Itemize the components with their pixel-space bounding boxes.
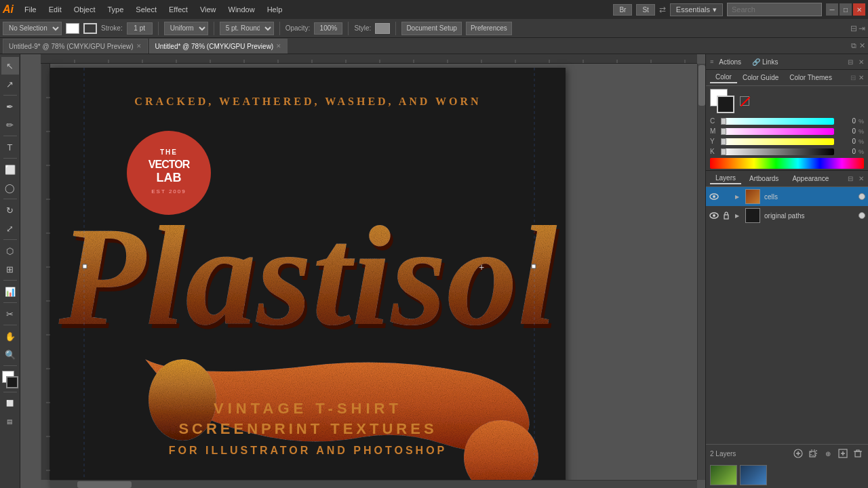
stroke-box[interactable] (717, 96, 734, 113)
menu-view[interactable]: View (195, 4, 222, 15)
arrange-icon[interactable]: ⊟ (850, 24, 857, 33)
vertical-scrollbar[interactable] (697, 64, 705, 480)
selection-tool[interactable]: ↖ (1, 57, 19, 75)
svg-text:SCREENPRINT TEXTURES: SCREENPRINT TEXTURES (178, 420, 437, 437)
normal-mode-btn[interactable]: ⬜ (1, 394, 19, 412)
menu-edit[interactable]: Edit (43, 4, 67, 15)
tool-separator-9 (3, 365, 17, 366)
scrollbar-thumb-v[interactable] (698, 65, 705, 106)
layer-vis-dot-cells[interactable] (859, 193, 865, 200)
stroke-width-input[interactable] (127, 22, 153, 35)
layer-visibility-original[interactable] (709, 210, 719, 221)
tool-separator-4 (3, 199, 17, 199)
horizontal-scrollbar[interactable] (50, 480, 697, 488)
close-button[interactable]: ✕ (853, 3, 865, 16)
stock-btn[interactable]: St (636, 4, 654, 16)
color-gradient-bar[interactable] (710, 158, 864, 169)
document-setup-button[interactable]: Document Setup (401, 22, 462, 35)
menu-file[interactable]: File (19, 4, 42, 15)
canvas-area[interactable]: CRACKED, WEATHERED, WASHED, AND WORN THE… (20, 54, 705, 488)
menu-window[interactable]: Window (223, 4, 260, 15)
k-slider-thumb[interactable] (721, 148, 726, 155)
selection-dropdown[interactable]: No Selection (3, 22, 62, 35)
tab-2[interactable]: Untitled* @ 78% (CMYK/GPU Preview) ✕ (149, 39, 288, 54)
color-themes-tab[interactable]: Color Themes (784, 73, 837, 83)
paint-bucket[interactable]: ⬡ (1, 242, 19, 260)
layer-expand-cells[interactable]: ▶ (733, 192, 741, 201)
menu-help[interactable]: Help (262, 4, 288, 15)
opacity-input[interactable] (314, 22, 342, 35)
bridge-btn[interactable]: Br (613, 4, 632, 16)
tab-1-close[interactable]: ✕ (136, 43, 142, 49)
make-clipping-mask-btn[interactable] (807, 447, 819, 460)
menu-select[interactable]: Select (130, 4, 162, 15)
color-guide-tab[interactable]: Color Guide (737, 73, 784, 83)
type-tool[interactable]: T (1, 138, 19, 156)
graph-tool[interactable]: 📊 (1, 283, 19, 300)
menu-object[interactable]: Object (68, 4, 101, 15)
layer-row-cells[interactable]: ▶ cells (706, 187, 868, 206)
new-layer-from-selection-btn[interactable] (792, 447, 804, 460)
vertical-ruler (41, 64, 50, 480)
horizontal-ruler (41, 54, 697, 64)
layers-panel-grip[interactable]: ⊟ (848, 175, 853, 182)
minimize-button[interactable]: ─ (826, 3, 838, 16)
new-sublayer-btn[interactable]: ⊕ (822, 447, 834, 460)
m-slider-row: M 0 % (706, 126, 868, 136)
scrollbar-thumb-h[interactable] (77, 481, 132, 488)
fill-swatch[interactable] (66, 23, 79, 34)
layer-thumb-preview-2[interactable] (740, 465, 767, 485)
drawing-modes-btn[interactable]: ▤ (1, 413, 19, 430)
pen-tool[interactable]: ✒ (1, 98, 19, 115)
color-tab[interactable]: Color (710, 72, 737, 83)
stroke-color-box[interactable] (6, 376, 18, 388)
layer-expand-original[interactable]: ▶ (733, 211, 741, 220)
y-slider-thumb[interactable] (721, 138, 726, 145)
layers-panel-close[interactable]: ✕ (859, 175, 864, 182)
stroke-cap-select[interactable]: 5 pt. Round (220, 22, 274, 35)
hand-tool[interactable]: ✋ (1, 327, 19, 345)
new-layer-btn[interactable] (837, 447, 849, 460)
panel-close-right[interactable]: ✕ (859, 58, 864, 66)
tab-1[interactable]: Untitled-9* @ 78% (CMYK/GPU Preview) ✕ (3, 39, 148, 54)
layer-vis-dot-original[interactable] (859, 212, 865, 219)
ellipse-tool[interactable]: ◯ (1, 179, 19, 197)
layer-lock-original[interactable] (722, 211, 731, 220)
none-fill-icon[interactable] (740, 96, 749, 106)
layer-row-original[interactable]: ▶ original paths (706, 206, 868, 225)
scale-tool[interactable]: ⤢ (1, 220, 19, 237)
links-tab[interactable]: 🔗 Links (752, 58, 778, 66)
rotate-tool[interactable]: ↻ (1, 201, 19, 219)
menu-type[interactable]: Type (102, 4, 130, 15)
layer-visibility-cells[interactable] (709, 191, 719, 202)
direct-selection-tool[interactable]: ↗ (1, 75, 19, 93)
panel-arrange-icon[interactable]: ⧉ (851, 41, 856, 50)
preferences-button[interactable]: Preferences (466, 22, 512, 35)
scissors-tool[interactable]: ✂ (1, 305, 19, 323)
artboards-tab[interactable]: Artboards (744, 174, 784, 184)
rect-tool[interactable]: ⬜ (1, 161, 19, 178)
pencil-tool[interactable]: ✏ (1, 116, 19, 134)
actions-tab[interactable]: Actions (719, 58, 741, 66)
panel-close-icon[interactable]: ✕ (859, 41, 865, 50)
maximize-button[interactable]: □ (840, 3, 852, 16)
panel-collapse-icon[interactable]: ⊟ (848, 58, 853, 66)
style-swatch[interactable] (375, 23, 390, 34)
tabs-bar: Untitled-9* @ 78% (CMYK/GPU Preview) ✕ U… (0, 38, 868, 54)
menu-effect[interactable]: Effect (163, 4, 193, 15)
mesh-tool[interactable]: ⊞ (1, 260, 19, 278)
tab-2-close[interactable]: ✕ (276, 43, 281, 49)
delete-layer-btn[interactable] (852, 447, 864, 460)
stroke-type-select[interactable]: Uniform (164, 22, 208, 35)
expand-icon[interactable]: ⇥ (859, 24, 865, 33)
layer-thumb-preview-1[interactable] (710, 465, 737, 485)
c-slider-thumb[interactable] (721, 118, 726, 125)
c-value: 0 (837, 117, 856, 125)
m-slider-thumb[interactable] (721, 128, 726, 135)
zoom-tool[interactable]: 🔍 (1, 346, 19, 363)
appearance-tab[interactable]: Appearance (787, 174, 834, 184)
layers-tab[interactable]: Layers (710, 173, 741, 184)
color-panel-close[interactable]: ✕ (859, 74, 864, 81)
search-input[interactable] (727, 3, 822, 16)
essentials-button[interactable]: Essentials ▾ (670, 3, 723, 16)
